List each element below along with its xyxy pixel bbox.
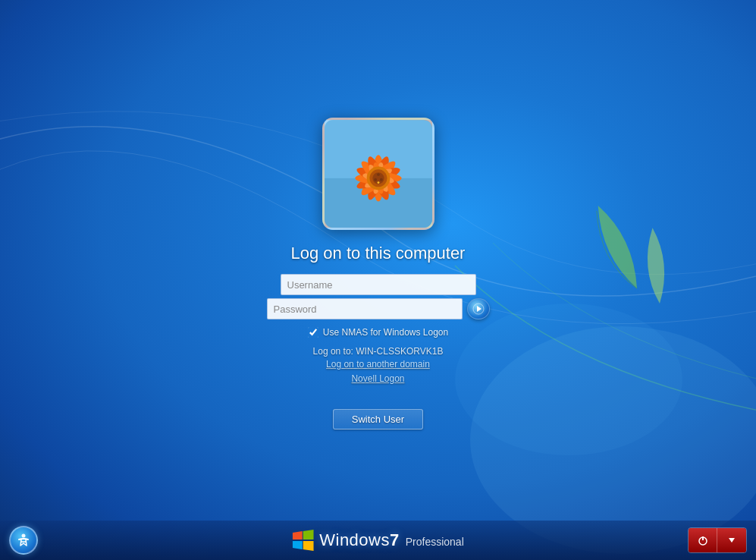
svg-marker-28: [477, 306, 482, 312]
password-input[interactable]: [267, 298, 463, 319]
power-options-button[interactable]: [717, 528, 746, 552]
svg-marker-32: [729, 538, 735, 543]
password-row: [267, 298, 490, 319]
shutdown-button[interactable]: [689, 528, 717, 552]
svg-point-25: [374, 178, 377, 181]
domain-info: Log on to: WIN-CLSSKORVK1B Log on to ano…: [313, 344, 444, 386]
svg-point-24: [379, 178, 382, 181]
submit-button[interactable]: [467, 298, 490, 319]
taskbar-left: [9, 526, 38, 555]
windows-logo-icon: [292, 530, 313, 551]
svg-point-29: [22, 534, 26, 538]
taskbar-center: Windows7 Professional: [292, 530, 464, 551]
logon-domain-link[interactable]: Log on to another domain: [313, 357, 444, 372]
logon-to-text: Log on to: WIN-CLSSKORVK1B: [313, 346, 444, 357]
login-panel: Log on to this computer Use NMAS for Win…: [267, 118, 490, 429]
switch-user-button[interactable]: Switch User: [333, 409, 423, 429]
power-button-group: [688, 527, 747, 553]
username-input[interactable]: [281, 274, 476, 295]
windows-label: Windows: [319, 530, 390, 549]
windows-edition: Professional: [406, 536, 464, 548]
login-title: Log on to this computer: [291, 244, 466, 263]
ease-of-access-button[interactable]: [9, 526, 38, 555]
taskbar-right: [688, 527, 747, 553]
windows-version: 7: [390, 530, 400, 549]
user-avatar: [322, 118, 434, 230]
nmas-checkbox[interactable]: [308, 327, 318, 338]
nmas-checkbox-row: Use NMAS for Windows Logon: [308, 327, 448, 338]
svg-point-23: [377, 173, 380, 176]
svg-point-26: [377, 181, 379, 184]
taskbar: Windows7 Professional: [0, 521, 756, 560]
windows-text: Windows7: [319, 530, 400, 550]
novell-logon-link[interactable]: Novell Logon: [313, 372, 444, 386]
nmas-checkbox-label: Use NMAS for Windows Logon: [323, 327, 448, 338]
